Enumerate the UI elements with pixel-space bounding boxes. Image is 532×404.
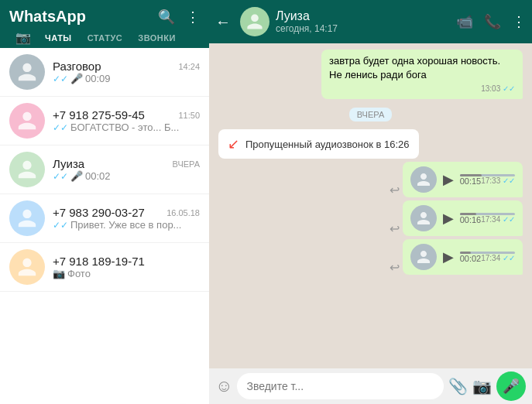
audio-message-row: ↩ ▶ 00:16 17:34 ✓✓ — [218, 200, 523, 236]
chat-time: 16.05.18 — [166, 208, 200, 217]
audio-send-time: 17:33 ✓✓ — [481, 176, 515, 185]
chat-info: Луиза ВЧЕРА ✓✓ 🎤 00:02 — [53, 157, 200, 182]
chat-name: +7 983 290-03-27 — [53, 206, 145, 219]
message-bubble: завтра будет одна хорошая новость. Не ле… — [321, 50, 523, 99]
camera-button[interactable]: 📷 — [472, 377, 492, 395]
audio-message-bubble: ▶ 00:02 17:34 ✓✓ — [403, 239, 523, 275]
audio-send-time: 17:34 ✓✓ — [481, 254, 515, 262]
chat-info: +7 918 189-19-71 📷 Фото — [53, 255, 200, 279]
list-item[interactable]: +7 983 290-03-27 16.05.18 ✓✓ Привет. Уже… — [0, 194, 209, 243]
list-item[interactable]: Луиза ВЧЕРА ✓✓ 🎤 00:02 — [0, 146, 209, 194]
mic-icon: 🎤 — [70, 170, 83, 182]
missed-call-text: Пропущенный аудиозвонок в 16:26 — [245, 139, 410, 150]
contact-info: Луиза сегодня, 14:17 — [276, 9, 450, 34]
search-icon[interactable]: 🔍 — [158, 9, 175, 26]
list-item[interactable]: +7 918 275-59-45 11:50 ✓✓ БОГАТСТВО - эт… — [0, 97, 209, 146]
double-check-icon: ✓✓ — [53, 171, 68, 182]
read-ticks: ✓✓ — [503, 84, 515, 93]
messages-area: завтра будет одна хорошая новость. Не ле… — [209, 43, 532, 368]
video-call-icon[interactable]: 📹 — [456, 13, 473, 30]
input-area: ☺ 📎 📷 🎤 — [209, 368, 532, 404]
audio-send-time: 17:34 ✓✓ — [481, 215, 515, 224]
audio-avatar — [410, 166, 437, 193]
mic-icon: 🎤 — [503, 378, 520, 395]
avatar — [9, 249, 45, 285]
audio-avatar — [410, 205, 437, 231]
chat-time: 11:50 — [178, 111, 200, 120]
header-icons: 🔍 ⋮ — [158, 9, 200, 26]
contact-status: сегодня, 14:17 — [276, 23, 450, 34]
chat-time: 14:24 — [178, 62, 200, 71]
chat-preview: ✓✓ 🎤 00:02 — [53, 170, 200, 182]
share-icon[interactable]: ↩ — [390, 221, 400, 236]
audio-message-row: ↩ ▶ 00:02 17:34 ✓✓ — [218, 239, 523, 275]
photo-icon: 📷 — [53, 268, 65, 279]
left-panel: WhatsApp 🔍 ⋮ 📷 ЧАТЫ СТАТУС ЗВОНКИ — [0, 0, 209, 404]
left-header: WhatsApp 🔍 ⋮ 📷 ЧАТЫ СТАТУС ЗВОНКИ — [0, 0, 209, 48]
share-icon[interactable]: ↩ — [390, 183, 400, 197]
chat-name: +7 918 189-19-71 — [53, 255, 145, 268]
phone-call-icon[interactable]: 📞 — [484, 13, 501, 30]
tab-calls[interactable]: ЗВОНКИ — [130, 26, 184, 50]
double-check-icon: ✓✓ — [53, 74, 68, 84]
message-input[interactable] — [237, 373, 444, 399]
avatar — [9, 200, 45, 236]
chat-header-actions: 📹 📞 ⋮ — [456, 13, 526, 30]
attach-button[interactable]: 📎 — [448, 377, 468, 395]
audio-progress-fill — [460, 174, 482, 176]
chat-info: +7 983 290-03-27 16.05.18 ✓✓ Привет. Уже… — [53, 206, 200, 231]
emoji-button[interactable]: ☺ — [215, 376, 232, 396]
double-check-icon: ✓✓ — [53, 122, 68, 133]
menu-icon[interactable]: ⋮ — [186, 9, 200, 26]
audio-duration: 00:02 — [460, 254, 482, 263]
chat-time: ВЧЕРА — [173, 159, 200, 169]
right-panel: ← Луиза сегодня, 14:17 📹 📞 ⋮ завтра буде… — [209, 0, 532, 404]
audio-duration: 00:16 — [460, 215, 482, 224]
missed-call-icon: ↙ — [228, 135, 239, 152]
missed-call-bubble: ↙ Пропущенный аудиозвонок в 16:26 — [218, 129, 419, 159]
chat-preview: ✓✓ БОГАТСТВО - это... Б... — [53, 122, 200, 133]
chat-preview: ✓✓ Привет. Уже все в пор... — [53, 219, 200, 231]
list-item[interactable]: Разговор 14:24 ✓✓ 🎤 00:09 — [0, 48, 209, 97]
audio-progress-bar — [460, 252, 515, 254]
camera-icon[interactable]: 📷 — [9, 26, 37, 50]
chat-name: +7 918 275-59-45 — [53, 108, 145, 122]
message-time: 13:03 ✓✓ — [329, 84, 515, 94]
audio-message-bubble: ▶ 00:16 17:34 ✓✓ — [403, 200, 523, 236]
chat-list: Разговор 14:24 ✓✓ 🎤 00:09 +7 918 275-59-… — [0, 48, 209, 404]
tab-status[interactable]: СТАТУС — [80, 26, 131, 50]
play-button[interactable]: ▶ — [443, 171, 454, 188]
chat-info: +7 918 275-59-45 11:50 ✓✓ БОГАТСТВО - эт… — [53, 108, 200, 133]
back-button[interactable]: ← — [212, 10, 234, 34]
chat-name: Луиза — [53, 157, 84, 170]
left-tabs: 📷 ЧАТЫ СТАТУС ЗВОНКИ — [9, 26, 200, 50]
app-title: WhatsApp — [9, 8, 86, 26]
play-button[interactable]: ▶ — [443, 248, 454, 265]
mic-button[interactable]: 🎤 — [496, 371, 526, 401]
chat-preview: ✓✓ 🎤 00:09 — [53, 73, 200, 84]
audio-message-bubble: ▶ 00:15 17:33 ✓✓ — [403, 162, 523, 197]
chat-info: Разговор 14:24 ✓✓ 🎤 00:09 — [53, 60, 200, 84]
tab-chats[interactable]: ЧАТЫ — [37, 26, 80, 50]
chat-name: Разговор — [53, 60, 101, 73]
audio-progress-fill — [460, 252, 471, 254]
share-icon[interactable]: ↩ — [390, 260, 400, 275]
contact-avatar — [240, 7, 269, 36]
mic-icon: 🎤 — [70, 73, 83, 84]
avatar — [9, 54, 45, 90]
day-divider-text: ВЧЕРА — [349, 108, 392, 122]
contact-name: Луиза — [276, 9, 450, 23]
list-item[interactable]: +7 918 189-19-71 📷 Фото — [0, 243, 209, 292]
play-button[interactable]: ▶ — [443, 210, 454, 227]
day-divider: ВЧЕРА — [349, 107, 392, 122]
audio-progress-bar — [460, 174, 515, 176]
avatar — [9, 152, 45, 187]
chat-preview: 📷 Фото — [53, 268, 200, 279]
avatar — [9, 103, 45, 139]
audio-duration: 00:15 — [460, 176, 482, 186]
double-check-icon: ✓✓ — [53, 220, 68, 231]
audio-avatar — [410, 244, 437, 270]
chat-header: ← Луиза сегодня, 14:17 📹 📞 ⋮ — [209, 0, 532, 43]
audio-progress-bar — [460, 213, 515, 215]
chat-menu-icon[interactable]: ⋮ — [512, 13, 526, 30]
